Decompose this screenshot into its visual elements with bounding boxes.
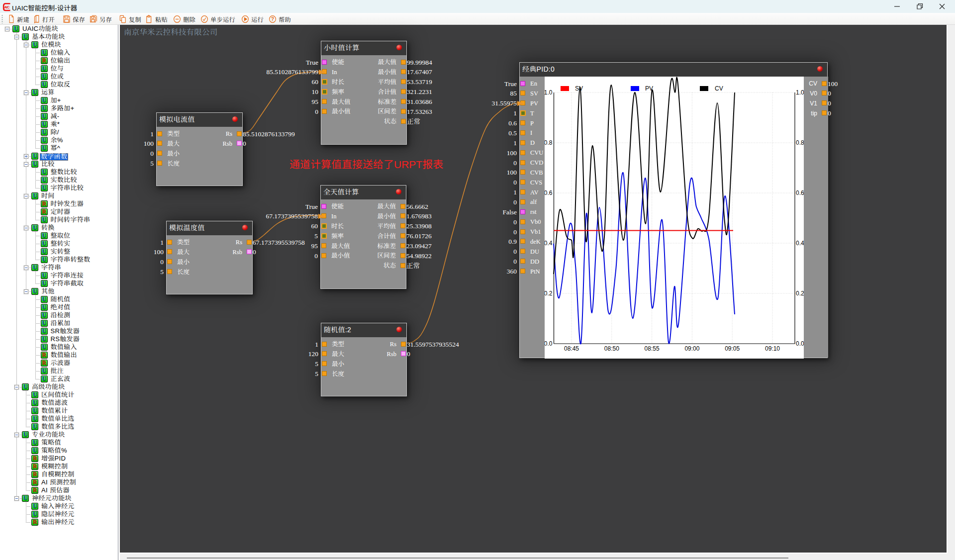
- svg-text:08:45: 08:45: [564, 345, 579, 352]
- svg-text:0.0: 0.0: [796, 340, 804, 347]
- svg-text:0.8: 0.8: [796, 139, 804, 146]
- svg-text:0.4: 0.4: [796, 240, 804, 247]
- svg-text:0.6: 0.6: [796, 189, 804, 196]
- svg-text:09:10: 09:10: [765, 345, 780, 352]
- svg-text:09:00: 09:00: [684, 345, 699, 352]
- svg-text:0.8: 0.8: [545, 139, 553, 146]
- svg-text:0.0: 0.0: [545, 340, 553, 347]
- svg-text:CV: CV: [715, 85, 723, 92]
- svg-text:AIC: AIC: [4, 5, 9, 9]
- svg-text:?: ?: [271, 16, 275, 22]
- svg-text:0.4: 0.4: [545, 240, 553, 247]
- svg-text:PV: PV: [645, 85, 653, 92]
- svg-text:09:05: 09:05: [725, 345, 740, 352]
- svg-text:1.0: 1.0: [796, 89, 804, 96]
- svg-text:0.2: 0.2: [796, 290, 804, 297]
- svg-text:1.0: 1.0: [545, 89, 553, 96]
- svg-text:0.6: 0.6: [545, 189, 553, 196]
- svg-text:08:55: 08:55: [645, 345, 660, 352]
- svg-text:0.2: 0.2: [545, 290, 553, 297]
- svg-text:08:50: 08:50: [604, 345, 619, 352]
- svg-text:SV: SV: [575, 85, 583, 92]
